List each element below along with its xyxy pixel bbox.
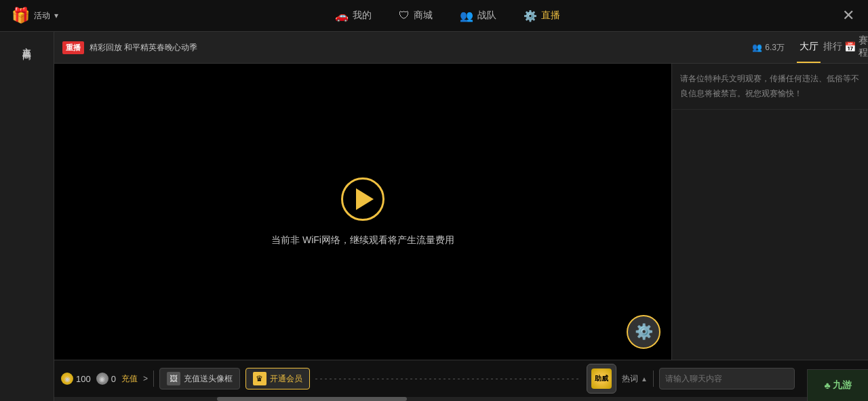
viewer-count: 6.3万	[765, 42, 785, 54]
hotword-arrow-icon: ▲	[641, 375, 648, 383]
silver-coin-value: 0	[111, 374, 116, 384]
nav-item-mine-label: 我的	[353, 9, 372, 22]
dot-line	[315, 379, 581, 379]
activity-icon[interactable]: 🎁	[8, 3, 33, 28]
nav-item-live-label: 直播	[541, 9, 560, 22]
chat-input[interactable]	[659, 368, 795, 389]
jiuyou-text: 九游	[833, 379, 852, 392]
stream-title: 精彩回放 和平精英春晚心动季	[90, 42, 747, 54]
bottom-bar: ◉ 100 ◉ 0 充值 > 🖼 充值送头像框 ♛ 开通会员	[54, 360, 868, 397]
silver-coin-display: ◉ 0	[96, 373, 116, 385]
dropdown-arrow[interactable]: ▾	[54, 11, 58, 20]
live-icon: ⚙️	[524, 9, 537, 22]
silver-coin-icon: ◉	[96, 373, 108, 385]
nav-left-section: 🎁 活动 ▾	[8, 3, 58, 28]
recharge-arrow: >	[143, 374, 148, 383]
wifi-notice-text: 当前非 WiFi网络，继续观看将产生流量费用	[271, 234, 454, 247]
right-tabs-container: 大厅 排行 📅 赛程	[797, 32, 868, 63]
tab-ranking-label: 排行	[823, 41, 842, 53]
play-triangle-icon	[356, 188, 374, 210]
chat-notice-text: 请各位特种兵文明观赛，传播任何违法、低俗等不良信息将被禁言。祝您观赛愉快！	[672, 64, 868, 110]
nav-item-mine[interactable]: 🚗 我的	[335, 9, 372, 22]
content-header-bar: 重播 精彩回放 和平精英春晚心动季 👥 6.3万 大厅 排行 📅 赛程	[54, 32, 868, 64]
divider-1	[153, 371, 154, 387]
shop-icon: 🛡	[399, 9, 410, 22]
play-button[interactable]	[341, 177, 384, 221]
tab-ranking[interactable]: 排行	[821, 32, 844, 63]
avatar-icon: ⚙️	[635, 323, 653, 341]
assist-badge[interactable]: 助威	[587, 364, 616, 394]
tab-schedule-label: 赛程	[859, 35, 868, 59]
mine-icon: 🚗	[335, 9, 349, 22]
scrollbar-thumb[interactable]	[217, 397, 407, 401]
nav-right-section: ✕	[837, 4, 860, 27]
tab-lobby-label: 大厅	[800, 41, 818, 53]
nav-item-team[interactable]: 👥 战队	[460, 9, 496, 22]
member-button[interactable]: ♛ 开通会员	[245, 368, 310, 389]
streamer-avatar[interactable]: ⚙️	[627, 315, 660, 349]
right-panel: 请各位特种兵文明观赛，传播任何违法、低俗等不良信息将被禁言。祝您观赛愉快！	[671, 64, 868, 360]
assist-icon: 助威	[591, 368, 612, 389]
divider-2	[653, 371, 654, 387]
activity-label: 活动	[34, 10, 50, 22]
hotword-area[interactable]: 热词 ▲	[622, 373, 648, 385]
scrollbar-area[interactable]	[54, 397, 868, 401]
viewers-info: 👥 6.3万	[752, 42, 785, 54]
sidebar-main-room[interactable]: 主直播间	[0, 32, 54, 54]
member-icon: ♛	[253, 372, 267, 385]
nav-item-shop-label: 商城	[414, 9, 433, 22]
frame-icon: 🖼	[167, 372, 180, 385]
jiuyou-logo: ♣	[824, 380, 830, 391]
top-navigation: 🎁 活动 ▾ 🚗 我的 🛡 商城 👥 战队 ⚙️ 直播 ✕	[0, 0, 868, 32]
video-player[interactable]: 当前非 WiFi网络，继续观看将产生流量费用 ⚙️	[54, 64, 671, 360]
content-wrapper: 重播 精彩回放 和平精英春晚心动季 👥 6.3万 大厅 排行 📅 赛程	[54, 32, 868, 401]
frame-button[interactable]: 🖼 充值送头像框	[159, 368, 240, 389]
nav-center-section: 🚗 我的 🛡 商城 👥 战队 ⚙️ 直播	[335, 9, 560, 22]
close-button[interactable]: ✕	[837, 4, 860, 27]
tab-schedule[interactable]: 📅 赛程	[844, 32, 868, 63]
live-badge: 重播	[62, 41, 84, 54]
frame-label: 充值送头像框	[184, 373, 233, 385]
gold-coin-display: ◉ 100	[61, 373, 91, 385]
dots-area	[315, 379, 581, 379]
member-label: 开通会员	[270, 373, 302, 385]
nav-item-team-label: 战队	[477, 9, 496, 22]
jiuyou-branding: ♣ 九游	[807, 369, 868, 401]
nav-item-live[interactable]: ⚙️ 直播	[524, 9, 560, 22]
schedule-icon: 📅	[844, 41, 856, 52]
gold-coin-value: 100	[76, 374, 91, 384]
left-sidebar: 主直播间	[0, 32, 54, 401]
nav-item-shop[interactable]: 🛡 商城	[399, 9, 433, 22]
main-area: 主直播间 重播 精彩回放 和平精英春晚心动季 👥 6.3万 大厅 排行 📅	[0, 32, 868, 401]
chat-area	[672, 110, 868, 360]
assist-label: 助威	[595, 374, 608, 383]
team-icon: 👥	[460, 9, 473, 22]
recharge-link[interactable]: 充值	[121, 373, 138, 385]
video-right-wrapper: 当前非 WiFi网络，继续观看将产生流量费用 ⚙️ 请各位特种兵文明观赛，传播任…	[54, 64, 868, 360]
sidebar-label-text: 主直播间	[20, 40, 33, 45]
tab-lobby[interactable]: 大厅	[797, 32, 821, 63]
hotword-label: 热词	[622, 373, 638, 385]
gold-coin-icon: ◉	[61, 373, 73, 385]
viewers-icon: 👥	[752, 43, 762, 52]
